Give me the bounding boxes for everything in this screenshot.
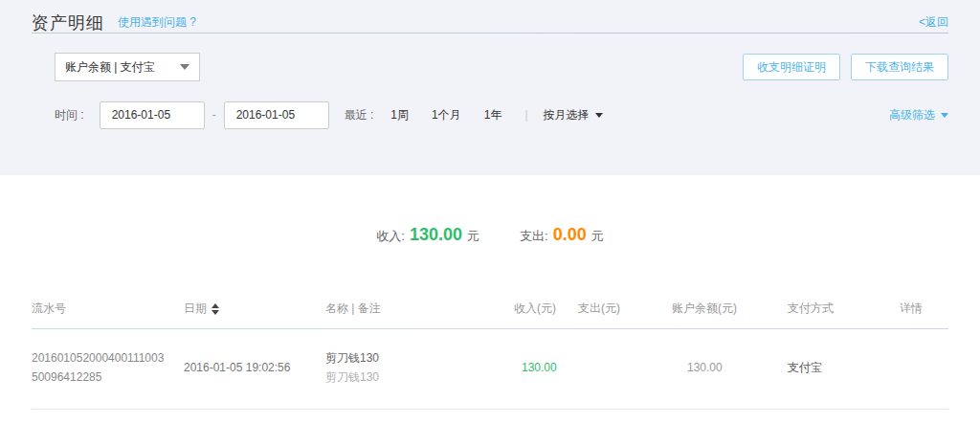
statement-proof-button[interactable]: 收支明细证明 <box>743 54 840 80</box>
filter-section: 资产明细 使用遇到问题 ? <返回 账户余额 | 支付宝 收支明细证明 下载查询… <box>0 0 980 175</box>
page-header: 资产明细 使用遇到问题 ? <返回 <box>32 0 948 33</box>
back-link[interactable]: <返回 <box>919 14 948 31</box>
cell-payment-method: 支付宝 <box>788 360 900 376</box>
help-link[interactable]: 使用遇到问题 ? <box>118 14 196 31</box>
download-results-button[interactable]: 下载查询结果 <box>851 54 948 80</box>
cell-date: 2016-01-05 19:02:56 <box>184 361 325 374</box>
time-label: 时间 : <box>55 107 84 123</box>
range-1-year-link[interactable]: 1年 <box>484 107 502 123</box>
column-name-note: 名称 | 备注 <box>325 301 514 317</box>
recent-label: 最近 : <box>345 107 374 123</box>
cell-serial-number: 20160105200040011100350096412285 <box>32 348 184 388</box>
results-section: 收入: 130.00 元 支出: 0.00 元 流水号 日期 名称 | 备注 收… <box>0 175 980 410</box>
expense-total: 0.00 <box>553 225 587 245</box>
summary-row: 收入: 130.00 元 支出: 0.00 元 <box>32 175 948 245</box>
income-label: 收入: <box>376 228 405 245</box>
by-month-label: 按月选择 <box>544 107 590 123</box>
action-buttons: 收支明细证明 下载查询结果 <box>743 54 948 80</box>
expense-label: 支出: <box>520 228 548 245</box>
chevron-down-icon <box>180 64 189 70</box>
account-type-select[interactable]: 账户余额 | 支付宝 <box>55 53 200 81</box>
row-divider <box>32 409 948 410</box>
advanced-filter-dropdown[interactable]: 高级筛选 <box>889 107 948 123</box>
sort-icon[interactable] <box>212 303 219 315</box>
pipe-separator: | <box>524 108 527 122</box>
income-unit: 元 <box>467 228 479 245</box>
column-expense: 支出(元) <box>578 301 672 317</box>
income-summary: 收入: 130.00 元 <box>376 225 479 245</box>
advanced-filter-label: 高级筛选 <box>889 107 935 123</box>
table-header-divider <box>32 328 948 329</box>
date-start-input[interactable] <box>100 101 205 129</box>
cell-income: 130.00 <box>514 361 578 374</box>
cell-balance: 130.00 <box>672 361 788 374</box>
expense-unit: 元 <box>591 228 604 245</box>
column-serial: 流水号 <box>32 301 184 317</box>
column-date-label: 日期 <box>184 301 207 317</box>
column-date: 日期 <box>184 301 325 317</box>
column-income: 收入(元) <box>514 301 578 317</box>
table-row: 20160105200040011100350096412285 2016-01… <box>32 329 948 409</box>
account-type-value: 账户余额 | 支付宝 <box>65 59 155 76</box>
filter-row-account: 账户余额 | 支付宝 收支明细证明 下载查询结果 <box>55 53 948 81</box>
date-end-input[interactable] <box>224 101 329 129</box>
select-by-month-dropdown[interactable]: 按月选择 <box>544 107 603 123</box>
column-payment-method: 支付方式 <box>788 301 900 317</box>
chevron-down-icon <box>595 113 603 118</box>
table-header-row: 流水号 日期 名称 | 备注 收入(元) 支出(元) 账户余额(元) 支付方式 … <box>32 301 948 328</box>
header-divider <box>32 33 948 33</box>
column-detail: 详情 <box>900 301 948 317</box>
transaction-note: 剪刀钱130 <box>325 368 514 387</box>
transaction-name: 剪刀钱130 <box>325 348 514 368</box>
page-title: 资产明细 <box>32 11 104 34</box>
filter-row-time: 时间 : - 最近 : 1周 1个月 1年 | 按月选择 高级筛选 <box>55 100 948 129</box>
expense-summary: 支出: 0.00 元 <box>520 225 604 245</box>
column-balance: 账户余额(元) <box>672 301 788 317</box>
date-range-separator: - <box>212 108 216 122</box>
range-1-month-link[interactable]: 1个月 <box>432 107 461 123</box>
income-total: 130.00 <box>410 225 462 245</box>
chevron-down-icon <box>941 113 948 118</box>
cell-name-note: 剪刀钱130 剪刀钱130 <box>325 348 514 388</box>
range-1-week-link[interactable]: 1周 <box>390 107 409 123</box>
